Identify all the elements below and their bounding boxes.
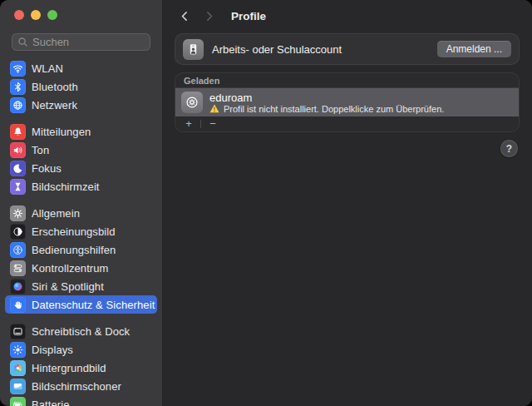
sidebar-item-allgemein[interactable]: Allgemein [5, 204, 157, 222]
sidebar-item-schreibtisch-dock[interactable]: Schreibtisch & Dock [5, 322, 157, 340]
sidebar-item-label: Fokus [32, 162, 62, 175]
sidebar-item-mitteilungen[interactable]: Mitteilungen [5, 122, 157, 141]
bluetooth-icon [10, 79, 26, 95]
sidebar-item-label: Bedienungshilfen [32, 244, 116, 256]
globe-icon [10, 97, 26, 113]
list-footer: + − [175, 116, 519, 131]
sidebar-item-label: Netzwerk [32, 99, 77, 111]
loaded-profiles-card: Geladen eduroam [175, 72, 520, 132]
content-area: Arbeits- oder Schulaccount Anmelden ... … [163, 32, 532, 132]
sidebar-item-hintergrundbild[interactable]: Hintergrundbild [5, 359, 157, 377]
sidebar-group: Schreibtisch & DockDisplaysHintergrundbi… [5, 322, 157, 406]
desktop-icon [10, 324, 26, 339]
sidebar-item-label: Erscheinungsbild [32, 225, 116, 238]
window-controls [0, 10, 162, 20]
toggles-icon [10, 260, 26, 276]
work-school-account-card: Arbeits- oder Schulaccount Anmelden ... [175, 33, 520, 65]
sidebar-item-netzwerk[interactable]: Netzwerk [5, 96, 157, 114]
contrast-icon [10, 224, 26, 240]
forward-chevron-icon[interactable] [201, 7, 218, 25]
sidebar-item-ton[interactable]: Ton [5, 141, 157, 159]
add-profile-button[interactable]: + [182, 117, 195, 131]
list-section-header: Geladen [175, 73, 519, 88]
sidebar-item-siri-spotlight[interactable]: Siri & Spotlight [5, 277, 157, 295]
close-window-button[interactable] [14, 10, 24, 20]
wifi-icon [10, 61, 26, 77]
minimize-window-button[interactable] [31, 10, 41, 20]
account-row-label: Arbeits- oder Schulaccount [212, 43, 437, 56]
hourglass-icon [10, 179, 26, 195]
sidebar-item-label: Bluetooth [32, 81, 78, 93]
sidebar-item-bedienungshilfen[interactable]: Bedienungshilfen [5, 240, 157, 259]
main-panel: Profile Arbeits- oder Schulaccount Anmel… [163, 0, 532, 406]
sidebar-item-wlan[interactable]: WLAN [5, 59, 157, 77]
sidebar-item-label: Kontrollzentrum [32, 262, 109, 275]
remove-profile-button[interactable]: − [206, 117, 219, 131]
profile-row-eduroam[interactable]: eduroam Profil ist nicht installiert. Do… [175, 88, 519, 116]
hand-icon [10, 297, 26, 313]
sidebar-item-label: Ton [32, 144, 49, 156]
sidebar-item-bildschirmschoner[interactable]: Bildschirmschoner [5, 377, 157, 395]
sidebar-item-displays[interactable]: Displays [5, 340, 157, 359]
badge-id-icon [183, 39, 204, 60]
sidebar-group: WLANBluetoothNetzwerk [5, 59, 157, 114]
sidebar-item-erscheinungsbild[interactable]: Erscheinungsbild [5, 222, 157, 240]
profile-status-text: Profil ist nicht installiert. Doppelklic… [224, 104, 444, 114]
sidebar-nav: WLANBluetoothNetzwerkMitteilungenTonFoku… [0, 57, 162, 406]
sidebar-item-label: Schreibtisch & Dock [32, 325, 130, 338]
sign-in-button[interactable]: Anmelden ... [437, 41, 511, 57]
profile-gear-icon [181, 92, 203, 113]
zoom-window-button[interactable] [47, 10, 57, 20]
flower-icon [10, 360, 26, 376]
sidebar-item-label: WLAN [32, 62, 63, 75]
search-icon [17, 37, 28, 47]
screensaver-icon [10, 379, 26, 394]
search-input[interactable] [12, 33, 150, 51]
moon-icon [10, 161, 26, 176]
system-settings-window: WLANBluetoothNetzwerkMitteilungenTonFoku… [0, 0, 532, 406]
sidebar-item-label: Mitteilungen [32, 126, 91, 138]
sidebar-item-label: Siri & Spotlight [32, 280, 104, 293]
sidebar-item-label: Bildschirmschoner [32, 380, 121, 393]
accessibility-icon [10, 242, 26, 258]
sun-icon [10, 342, 26, 358]
page-title: Profile [231, 10, 266, 22]
profile-name: eduroam [209, 92, 444, 104]
sidebar-item-bluetooth[interactable]: Bluetooth [5, 77, 157, 96]
gear-icon [10, 205, 26, 221]
sidebar-item-label: Allgemein [32, 207, 80, 220]
footer-divider [200, 120, 201, 128]
main-header: Profile [163, 0, 532, 32]
warning-icon [209, 104, 219, 113]
speaker-icon [10, 142, 26, 158]
sidebar-item-label: Hintergrundbild [32, 362, 106, 374]
help-button[interactable]: ? [500, 140, 518, 157]
sidebar-item-label: Bildschirmzeit [32, 181, 100, 193]
sidebar: WLANBluetoothNetzwerkMitteilungenTonFoku… [0, 0, 163, 406]
sidebar-item-kontrollzentrum[interactable]: Kontrollzentrum [5, 259, 157, 277]
battery-icon [10, 397, 26, 406]
sidebar-group: MitteilungenTonFokusBildschirmzeit [5, 122, 157, 196]
sidebar-item-batterie[interactable]: Batterie [5, 395, 157, 406]
sidebar-item-datenschutz-sicherheit[interactable]: Datenschutz & Sicherheit [5, 295, 157, 314]
back-chevron-icon[interactable] [176, 7, 193, 25]
sidebar-item-label: Displays [32, 344, 73, 356]
siri-icon [10, 279, 26, 295]
bell-icon [10, 124, 26, 140]
sidebar-item-label: Datenschutz & Sicherheit [32, 299, 155, 311]
sidebar-item-label: Batterie [32, 399, 70, 406]
search-field-container [12, 33, 150, 51]
sidebar-item-fokus[interactable]: Fokus [5, 159, 157, 177]
sidebar-group: AllgemeinErscheinungsbildBedienungshilfe… [5, 204, 157, 314]
sidebar-item-bildschirmzeit[interactable]: Bildschirmzeit [5, 177, 157, 196]
